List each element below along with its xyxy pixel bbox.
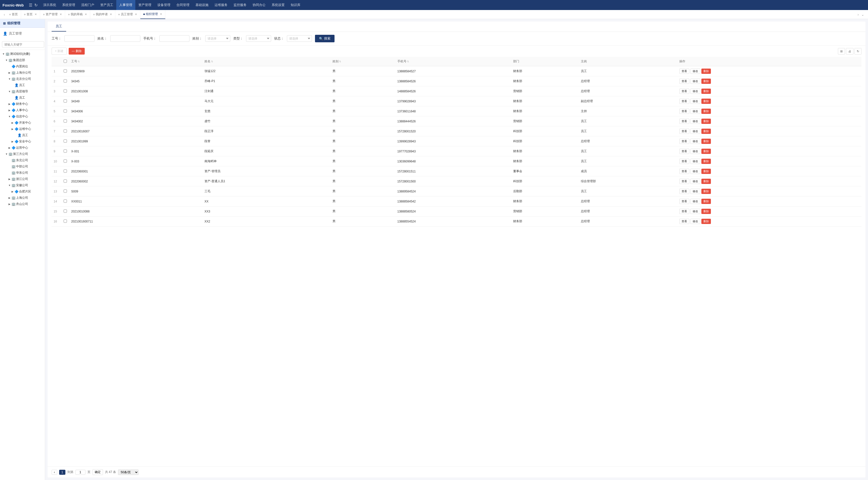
delete-row-button[interactable]: 删除 <box>701 118 711 124</box>
tab-close-btn[interactable]: ✕ <box>85 13 87 16</box>
delete-row-button[interactable]: 删除 <box>701 219 711 224</box>
tab-expand-btn[interactable]: ⌄ <box>860 12 866 16</box>
row-checkbox[interactable] <box>64 69 67 73</box>
nav-ops[interactable]: 运维服务 <box>212 0 230 10</box>
prev-page-btn[interactable]: ‹ <box>52 470 57 475</box>
emp-no-input[interactable] <box>64 35 94 42</box>
tree-toggle-icon[interactable]: ▼ <box>2 53 5 56</box>
view-button[interactable]: 查看 <box>679 189 689 194</box>
view-button[interactable]: 查看 <box>679 78 689 84</box>
delete-row-button[interactable]: 删除 <box>701 149 711 154</box>
menu-icon[interactable]: ☰ <box>29 3 32 7</box>
edit-button[interactable]: 修改 <box>690 179 700 184</box>
view-button[interactable]: 查看 <box>679 219 689 224</box>
edit-button[interactable]: 修改 <box>690 129 700 134</box>
nav-asset-emp[interactable]: 资产员工 <box>97 0 116 10</box>
tab-home1[interactable]: 首页 <box>6 10 21 19</box>
tab-draft[interactable]: 我的草稿 ✕ <box>65 10 90 19</box>
tab-close-btn[interactable]: ✕ <box>35 13 37 16</box>
tree-toggle-icon[interactable]: ▼ <box>8 184 11 187</box>
delete-row-button[interactable]: 删除 <box>701 109 711 114</box>
tab-close-btn[interactable]: ✕ <box>160 12 162 16</box>
tree-toggle-icon[interactable]: ▶ <box>8 109 11 112</box>
tree-node[interactable]: 👤 员工 <box>0 95 45 100</box>
nav-collab[interactable]: 协同办公 <box>250 0 269 10</box>
tree-toggle-icon[interactable]: ▼ <box>8 90 11 93</box>
tab-org[interactable]: 组织管理 ✕ <box>140 10 165 19</box>
tree-toggle-icon[interactable]: ▶ <box>11 190 14 193</box>
edit-button[interactable]: 修改 <box>690 169 700 174</box>
delete-row-button[interactable]: 删除 <box>701 78 711 84</box>
edit-button[interactable]: 修改 <box>690 78 700 84</box>
sub-tab-emp[interactable]: 员工 <box>52 22 66 32</box>
tab-close-btn[interactable]: ✕ <box>110 13 112 16</box>
tree-toggle-icon[interactable]: ▶ <box>8 71 11 74</box>
tree-node[interactable]: ▶ 🏢 上海公司 <box>0 195 45 201</box>
view-button[interactable]: 查看 <box>679 159 689 164</box>
edit-button[interactable]: 修改 <box>690 219 700 224</box>
tree-node[interactable]: ▼ 🏢 第三方公司 <box>0 151 45 157</box>
delete-row-button[interactable]: 删除 <box>701 159 711 164</box>
delete-row-button[interactable]: 删除 <box>701 139 711 144</box>
row-checkbox[interactable] <box>64 179 67 183</box>
sort-icon[interactable]: ⇅ <box>78 60 80 63</box>
status-select[interactable]: 请选择 <box>287 35 312 42</box>
tree-node[interactable]: ▶ 🔷 运维中心 <box>0 126 45 132</box>
tab-close-btn[interactable]: ✕ <box>135 13 137 16</box>
tab-home2[interactable]: 首页 ✕ <box>21 10 40 19</box>
tree-node[interactable]: ▼ 🏢 北京分公司 <box>0 76 45 81</box>
edit-button[interactable]: 修改 <box>690 99 700 104</box>
tab-prev-btn[interactable]: ‹ <box>2 12 6 16</box>
nav-monitor[interactable]: 监控服务 <box>230 0 250 10</box>
delete-row-button[interactable]: 删除 <box>701 89 711 94</box>
tree-toggle-icon[interactable]: ▼ <box>5 153 8 156</box>
view-button[interactable]: 查看 <box>679 209 689 214</box>
tree-toggle-icon[interactable]: ▼ <box>5 59 8 62</box>
tree-node[interactable]: 🏢 中部公司 <box>0 164 45 169</box>
edit-button[interactable]: 修改 <box>690 69 700 74</box>
tree-node[interactable]: ▶ 🔷 人事中心 <box>0 108 45 113</box>
view-button[interactable]: 查看 <box>679 199 689 204</box>
delete-row-button[interactable]: 删除 <box>701 69 711 74</box>
nav-equipment[interactable]: 设备管理 <box>154 0 174 10</box>
tree-node[interactable]: ▶ 🏢 上海分公司 <box>0 70 45 75</box>
tree-node[interactable]: ▶ 🔷 财务中心 <box>0 101 45 107</box>
nav-infra[interactable]: 基础设施 <box>192 0 212 10</box>
page-confirm-btn[interactable]: 确定 <box>92 469 103 475</box>
edit-button[interactable]: 修改 <box>690 89 700 94</box>
row-checkbox[interactable] <box>64 169 67 173</box>
view-button[interactable]: 查看 <box>679 99 689 104</box>
row-checkbox[interactable] <box>64 190 67 193</box>
tree-toggle-icon[interactable]: ▶ <box>11 122 14 125</box>
tree-node[interactable]: 🏢 东北公司 <box>0 158 45 163</box>
row-checkbox[interactable] <box>64 209 67 213</box>
edit-button[interactable]: 修改 <box>690 149 700 154</box>
delete-row-button[interactable]: 删除 <box>701 99 711 104</box>
view-button[interactable]: 查看 <box>679 129 689 134</box>
grid-icon-button[interactable]: ⊞ <box>838 48 845 55</box>
view-button[interactable]: 查看 <box>679 139 689 144</box>
tree-node[interactable]: 👤 员工 <box>0 82 45 88</box>
tree-node[interactable]: ▼ 🏢 高层领导 <box>0 89 45 94</box>
view-button[interactable]: 查看 <box>679 89 689 94</box>
edit-button[interactable]: 修改 <box>690 159 700 164</box>
nav-hr[interactable]: 人事管理 <box>116 0 135 10</box>
edit-button[interactable]: 修改 <box>690 139 700 144</box>
delete-row-button[interactable]: 删除 <box>701 209 711 214</box>
tree-toggle-icon[interactable]: ▶ <box>8 203 11 206</box>
view-button[interactable]: 查看 <box>679 118 689 124</box>
tree-toggle-icon[interactable]: ▼ <box>8 77 11 80</box>
tab-next-btn[interactable]: › <box>856 12 860 16</box>
nav-system[interactable]: 系统管理 <box>59 0 78 10</box>
edit-button[interactable]: 修改 <box>690 209 700 214</box>
sort-icon[interactable]: ⇅ <box>339 60 341 63</box>
nav-flow[interactable]: 流程门户 <box>78 0 97 10</box>
delete-button[interactable]: — 删除 <box>69 48 85 55</box>
tree-toggle-icon[interactable]: ▶ <box>11 140 14 143</box>
tree-node[interactable]: ▶ 🏢 舟山公司 <box>0 202 45 207</box>
row-checkbox[interactable] <box>64 149 67 153</box>
tree-toggle-icon[interactable]: ▶ <box>11 128 14 131</box>
delete-row-button[interactable]: 删除 <box>701 199 711 204</box>
search-button[interactable]: 🔍 搜索 <box>315 35 335 42</box>
tree-node[interactable]: ▼ 🔷 信息中心 <box>0 114 45 119</box>
